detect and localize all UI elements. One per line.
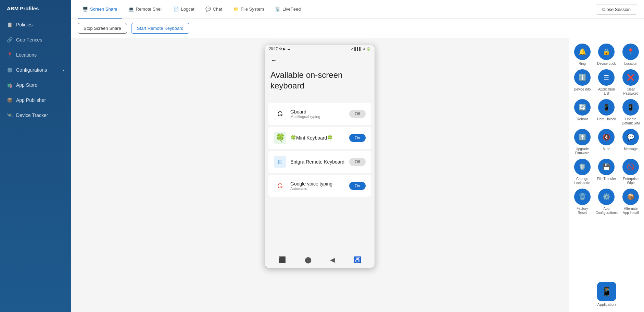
stop-screen-share-button[interactable]: Stop Screen Share	[78, 23, 127, 34]
phone-frame: 20:17 ⚙ ▶ ☁ · ↗ ▌▌▌ ≋ 🔋 ← Available on-s…	[265, 45, 375, 268]
close-session-button[interactable]: Close Session	[596, 4, 637, 15]
action-item-app-configurations[interactable]: ⚙️ App Configurations	[595, 189, 617, 215]
sidebar-label-app-publisher: App Publisher	[16, 97, 46, 103]
action-item-file-transfer[interactable]: 💾 File Transfer	[595, 159, 617, 185]
nav-home-icon[interactable]: ⬤	[305, 256, 312, 264]
entgra-toggle-button[interactable]: Off	[349, 158, 366, 166]
tab-livefeed[interactable]: 📡LiveFeed	[270, 0, 305, 19]
action-circle-ring: 🔔	[574, 44, 591, 60]
status-left: 20:17 ⚙ ▶ ☁ ·	[269, 47, 292, 51]
action-circle-reboot: 🔄	[574, 99, 591, 116]
action-circle-alternate-app-install: 📦	[622, 189, 639, 205]
action-circle-update-default-sim: 📱	[622, 99, 639, 116]
action-circle-hard-unlock: 📱	[598, 99, 615, 116]
action-item-clear-password[interactable]: ❌ Clear Password	[621, 69, 641, 96]
action-label-mute: Mute	[603, 147, 610, 151]
tab-label-remote-shell: Remote Shell	[136, 7, 163, 12]
action-item-hard-unlock[interactable]: 📱 Hard Unlock	[595, 99, 617, 125]
tab-remote-shell[interactable]: 💻Remote Shell	[124, 0, 167, 19]
app-store-icon: 🛍️	[7, 82, 13, 88]
nav-stop-icon[interactable]: ⬛	[278, 256, 286, 264]
start-remote-keyboard-button[interactable]: Start Remote Keyboard	[131, 23, 189, 34]
sidebar-item-device-tracker[interactable]: 🛰️Device Tracker	[0, 108, 71, 123]
tab-label-chat: Chat	[213, 7, 222, 12]
action-circle-clear-password: ❌	[622, 69, 639, 86]
svg-text:G: G	[277, 110, 283, 118]
gboard-keyboard-info: Gboard Multilingual typing	[290, 109, 345, 119]
phone-screen: ← Available on-screen keyboard G Gboard …	[265, 53, 375, 252]
main-content: 🖥️Screen Share💻Remote Shell📄Logcat💬Chat📁…	[71, 0, 644, 312]
gvoice-toggle-button[interactable]: On	[349, 182, 366, 190]
arrow-icon: ›	[62, 67, 64, 73]
sidebar-item-configurations[interactable]: ⚙️Configurations›	[0, 62, 71, 77]
tab-icon-file-system: 📁	[233, 7, 239, 12]
action-circle-device-info: ℹ️	[574, 69, 591, 86]
sidebar-item-geo-fences[interactable]: 🔗Geo Fences	[0, 32, 71, 47]
action-item-enterprise-wipe[interactable]: 🚫 Enterprise Wipe	[621, 159, 641, 185]
keyboard-item-entgra: E Entgra Remote Keyboard Off	[268, 151, 371, 173]
action-item-alternate-app-install[interactable]: 📦 Alternate App Install	[621, 189, 641, 215]
action-item-application-list[interactable]: ☰ Application List	[595, 69, 617, 96]
gboard-toggle-button[interactable]: Off	[349, 110, 366, 118]
sidebar-label-policies: Policies	[16, 22, 33, 27]
status-right: ↗ ▌▌▌ ≋ 🔋	[351, 47, 370, 51]
screen-title: Available on-screen keyboard	[265, 67, 375, 98]
tab-screen-share[interactable]: 🖥️Screen Share	[78, 0, 122, 19]
sidebar-label-locations: Locations	[16, 52, 37, 58]
tab-icon-screen-share: 🖥️	[83, 7, 88, 12]
sidebar-label-configurations: Configurations	[16, 67, 47, 73]
action-item-message[interactable]: 💬 Message	[621, 129, 641, 155]
action-label-alternate-app-install: Alternate App Install	[621, 207, 641, 215]
geo-fences-icon: 🔗	[7, 37, 13, 43]
tab-label-screen-share: Screen Share	[90, 7, 117, 12]
app-publisher-icon: 📦	[7, 97, 13, 103]
nav-back-icon[interactable]: ◀	[330, 256, 335, 264]
sidebar-label-geo-fences: Geo Fences	[16, 37, 42, 43]
tab-icon-livefeed: 📡	[275, 7, 280, 12]
status-time: 20:17	[269, 47, 278, 51]
action-item-mute[interactable]: 🔇 Mute	[595, 129, 617, 155]
mint-toggle-button[interactable]: On	[349, 134, 366, 142]
action-item-device-info[interactable]: ℹ️ Device info	[572, 69, 592, 96]
action-label-application-list: Application List	[595, 87, 617, 96]
action-item-location[interactable]: 📍 Location	[621, 44, 641, 66]
phone-nav-bar: ⬛ ⬤ ◀ ♿	[265, 252, 375, 268]
tab-logcat[interactable]: 📄Logcat	[169, 0, 199, 19]
status-icons: ⚙ ▶ ☁ ·	[279, 47, 292, 51]
right-panel: 🔔 Ring 🔒 Device Lock 📍 Location ℹ️ Devic…	[569, 38, 644, 312]
action-item-upgrade-firmware[interactable]: ⬆️ Upgrade Firmware	[572, 129, 592, 155]
action-item-update-default-sim[interactable]: 📱 Update Default SIM	[621, 99, 641, 125]
keyboard-item-gboard: G Gboard Multilingual typing Off	[268, 103, 371, 125]
locations-icon: 📍	[7, 52, 13, 58]
sidebar-item-locations[interactable]: 📍Locations	[0, 47, 71, 62]
sidebar-item-policies[interactable]: 📋Policies	[0, 17, 71, 32]
tab-file-system[interactable]: 📁File System	[228, 0, 269, 19]
action-circle-enterprise-wipe: 🚫	[622, 159, 639, 175]
action-circle-factory-reset: 🗑️	[574, 189, 591, 205]
action-label-device-info: Device info	[574, 87, 591, 92]
keyboard-list: G Gboard Multilingual typing Off 🍀 🍀Mint…	[265, 98, 375, 202]
action-item-device-lock[interactable]: 🔒 Device Lock	[595, 44, 617, 66]
phone-container: 20:17 ⚙ ▶ ☁ · ↗ ▌▌▌ ≋ 🔋 ← Available on-s…	[71, 38, 569, 312]
sidebar-item-app-store[interactable]: 🛍️App Store	[0, 77, 71, 93]
action-item-ring[interactable]: 🔔 Ring	[572, 44, 592, 66]
action-label-location: Location	[624, 62, 637, 66]
action-label-file-transfer: File Transfer	[597, 177, 616, 181]
nav-a11y-icon[interactable]: ♿	[354, 256, 361, 264]
tab-label-livefeed: LiveFeed	[282, 7, 301, 12]
entgra-keyboard-name: Entgra Remote Keyboard	[290, 159, 345, 165]
application-label: Application	[597, 302, 616, 307]
action-item-change-lock-code[interactable]: 🛡️ Change Lock-code	[572, 159, 592, 185]
action-circle-change-lock-code: 🛡️	[574, 159, 591, 175]
action-circle-app-configurations: ⚙️	[598, 189, 615, 205]
action-item-reboot[interactable]: 🔄 Reboot	[572, 99, 592, 125]
action-label-update-default-sim: Update Default SIM	[621, 117, 641, 125]
tab-icon-logcat: 📄	[174, 7, 179, 12]
policies-icon: 📋	[7, 22, 13, 27]
action-circle-device-lock: 🔒	[598, 44, 615, 60]
back-arrow-icon[interactable]: ←	[270, 57, 277, 64]
action-item-factory-reset[interactable]: 🗑️ Factory Reset	[572, 189, 592, 215]
sidebar-item-app-publisher[interactable]: 📦App Publisher	[0, 93, 71, 108]
mint-keyboard-name: 🍀Mint Keyboard🍀	[290, 135, 345, 141]
tab-chat[interactable]: 💬Chat	[201, 0, 227, 19]
